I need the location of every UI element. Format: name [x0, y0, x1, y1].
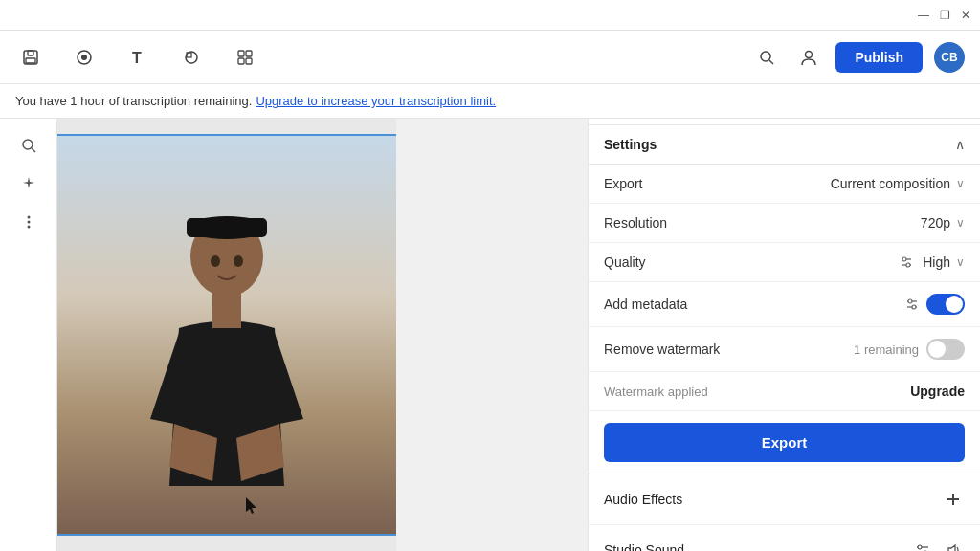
- svg-rect-22: [187, 218, 267, 237]
- toolbar-left: T: [15, 42, 260, 73]
- search-sidebar-icon[interactable]: [13, 130, 44, 161]
- svg-point-14: [806, 51, 813, 57]
- titlebar: — ❐ ✕: [0, 0, 980, 31]
- notification-text: You have 1 hour of transcription remaini…: [15, 94, 252, 108]
- svg-rect-10: [238, 58, 244, 64]
- audio-effects-label: Audio Effects: [604, 492, 682, 507]
- avatar[interactable]: CB: [934, 42, 965, 73]
- watermark-toggle[interactable]: [926, 339, 965, 360]
- resolution-label: Resolution: [604, 215, 667, 231]
- studio-sound-filter-icon[interactable]: [911, 539, 934, 551]
- text-icon[interactable]: T: [122, 42, 153, 73]
- svg-rect-11: [246, 58, 252, 64]
- notification-bar: You have 1 hour of transcription remaini…: [0, 84, 980, 119]
- svg-point-15: [23, 140, 33, 149]
- save-icon[interactable]: [15, 42, 46, 73]
- canvas-area: [57, 119, 396, 551]
- metadata-setting-row: Add metadata: [589, 282, 980, 327]
- svg-point-29: [906, 263, 910, 267]
- svg-point-33: [912, 305, 916, 309]
- svg-rect-9: [246, 51, 252, 56]
- export-label: Export: [604, 176, 642, 191]
- settings-chevron-icon: ∧: [955, 137, 965, 152]
- audio-effects-icons: [942, 488, 965, 511]
- svg-line-16: [32, 148, 35, 152]
- watermark-setting-row: Remove watermark 1 remaining: [589, 327, 980, 372]
- maximize-button[interactable]: ❐: [938, 9, 951, 22]
- grid-icon[interactable]: [230, 42, 260, 73]
- studio-sound-speaker-icon[interactable]: [942, 539, 965, 551]
- svg-rect-2: [26, 58, 35, 63]
- svg-point-18: [27, 221, 30, 224]
- left-sidebar: [0, 119, 57, 551]
- quality-setting-row: Quality High ∨: [589, 243, 980, 282]
- settings-title: Settings: [604, 137, 657, 152]
- quality-value-selector[interactable]: High ∨: [900, 254, 965, 270]
- svg-line-13: [769, 60, 773, 64]
- search-icon[interactable]: [751, 42, 782, 73]
- svg-point-37: [918, 545, 922, 549]
- studio-sound-row: Studio Sound: [589, 525, 980, 551]
- svg-point-4: [81, 55, 87, 60]
- quality-chevron-icon: ∨: [956, 255, 965, 269]
- svg-text:T: T: [132, 50, 142, 66]
- minimize-button[interactable]: —: [917, 9, 930, 22]
- export-button-row: Export: [589, 411, 980, 474]
- magic-icon[interactable]: [13, 168, 44, 199]
- quality-label: Quality: [604, 254, 646, 270]
- more-options-icon[interactable]: [13, 207, 44, 237]
- svg-point-24: [211, 255, 220, 267]
- svg-point-12: [761, 52, 770, 61]
- audio-effects-row: Audio Effects: [589, 474, 980, 525]
- svg-point-31: [908, 299, 912, 303]
- export-value-selector[interactable]: Current composition ∨: [831, 176, 965, 191]
- export-setting-row: Export Current composition ∨: [589, 165, 980, 204]
- add-audio-effect-icon[interactable]: [942, 488, 965, 511]
- shapes-icon[interactable]: [176, 42, 207, 73]
- video-preview: [57, 136, 396, 534]
- upgrade-link[interactable]: Upgrade to increase your transcription l…: [256, 94, 496, 108]
- studio-sound-icons: [911, 539, 965, 551]
- canvas-inner: [57, 134, 396, 536]
- settings-header[interactable]: Settings ∧: [589, 125, 980, 165]
- svg-point-19: [27, 226, 30, 229]
- svg-point-17: [27, 216, 30, 219]
- upgrade-button[interactable]: Upgrade: [910, 384, 965, 399]
- user-icon[interactable]: [793, 42, 824, 73]
- svg-rect-23: [212, 290, 241, 328]
- main-toolbar: T Publish CB: [0, 31, 980, 84]
- watermark-applied-row: Watermark applied Upgrade: [589, 372, 980, 411]
- close-button[interactable]: ✕: [959, 9, 972, 22]
- export-chevron-icon: ∨: [956, 177, 965, 190]
- publish-button[interactable]: Publish: [835, 42, 923, 73]
- svg-rect-8: [238, 51, 244, 56]
- metadata-label: Add metadata: [604, 297, 687, 312]
- resolution-value-selector[interactable]: 720p ∨: [921, 215, 965, 231]
- watermark-label: Remove watermark: [604, 342, 720, 357]
- metadata-toggle[interactable]: [926, 294, 965, 315]
- toolbar-right: Publish CB: [751, 42, 965, 73]
- studio-sound-label: Studio Sound: [604, 542, 684, 551]
- watermark-remaining: 1 remaining: [854, 342, 919, 357]
- svg-point-27: [902, 257, 906, 261]
- record-icon[interactable]: [69, 42, 100, 73]
- watermark-applied-text: Watermark applied: [604, 385, 708, 399]
- svg-point-25: [234, 255, 243, 267]
- bottom-section: Audio Effects Studio Sound: [589, 474, 980, 551]
- resolution-setting-row: Resolution 720p ∨: [589, 204, 980, 243]
- resolution-chevron-icon: ∨: [956, 216, 965, 230]
- export-button[interactable]: Export: [604, 423, 965, 462]
